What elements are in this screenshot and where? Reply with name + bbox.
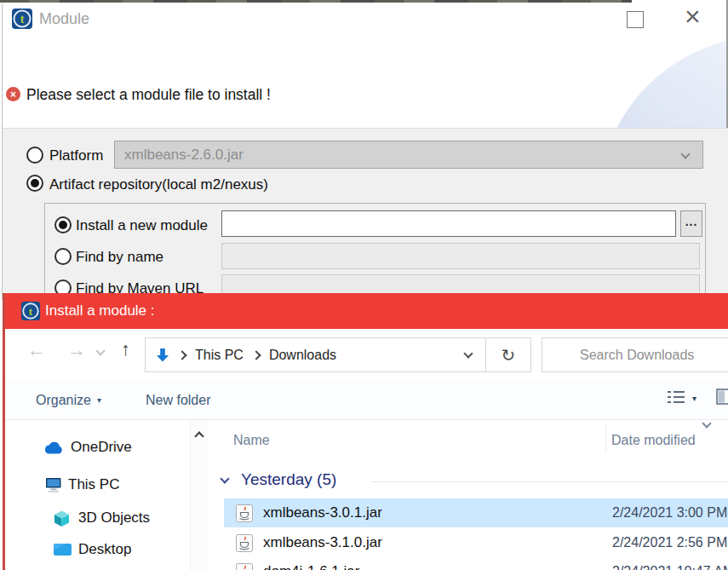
computer-icon: [43, 476, 63, 493]
up-button[interactable]: ↑: [121, 340, 130, 359]
back-button[interactable]: ←: [27, 341, 46, 360]
recent-locations-chevron-icon[interactable]: [95, 346, 105, 355]
sort-chevron-icon[interactable]: [702, 418, 711, 428]
dialog-title: Install a module :: [45, 302, 155, 320]
group-header[interactable]: Yesterday (5): [241, 470, 336, 489]
preview-pane-icon[interactable]: [716, 389, 728, 405]
platform-radio[interactable]: [26, 147, 43, 164]
artifact-repository-label: Artifact repository(local m2/nexus): [49, 176, 268, 193]
downloads-icon: [156, 348, 169, 363]
breadcrumb-chevron-icon: [177, 350, 186, 360]
artifact-repository-radio[interactable]: [26, 175, 43, 192]
search-box: [542, 337, 728, 372]
install-module-dialog: t Install a module : ← → ↑ This PC Downl…: [3, 293, 728, 570]
sidebar-item-3d-objects[interactable]: 3D Objects: [5, 503, 189, 533]
jar-file-icon: [236, 504, 253, 522]
breadcrumb-downloads[interactable]: Downloads: [269, 348, 336, 363]
sidebar-scrollbar[interactable]: [190, 421, 209, 570]
column-header-date-modified[interactable]: Date modified: [611, 433, 696, 448]
new-folder-button[interactable]: New folder: [146, 382, 210, 419]
address-bar: This PC Downloads ↻: [145, 337, 531, 372]
column-header-name[interactable]: Name: [233, 433, 270, 448]
group-collapse-chevron-icon[interactable]: [220, 474, 229, 483]
desktop-icon: [53, 543, 72, 556]
module-window-title: Module: [39, 10, 89, 28]
error-message: Please select a module file to install !: [26, 86, 271, 104]
file-row[interactable]: dom4j-1.6.1.jar 2/24/2021 10:47 AM: [224, 557, 728, 570]
platform-combobox: xmlbeans-2.6.0.jar: [114, 141, 703, 169]
install-new-module-label: Install a new module: [76, 217, 208, 234]
breadcrumb-chevron-icon: [251, 350, 261, 360]
find-by-name-input: [221, 243, 700, 269]
organize-button[interactable]: Organize ▾: [36, 382, 101, 419]
module-window-left-border: [2, 3, 3, 300]
file-row[interactable]: xmlbeans-3.1.0.jar 2/24/2021 2:56 PM: [224, 528, 728, 557]
dialog-app-icon: t: [20, 301, 41, 321]
forward-button[interactable]: →: [67, 341, 86, 360]
svg-text:t: t: [29, 305, 33, 318]
close-button[interactable]: ×: [685, 1, 701, 32]
dialog-toolbar: [5, 382, 728, 420]
jar-file-icon: [236, 562, 253, 570]
view-list-icon[interactable]: [668, 390, 685, 404]
column-divider: [605, 423, 606, 452]
platform-combobox-value: xmlbeans-2.6.0.jar: [124, 147, 244, 164]
sidebar-item-this-pc[interactable]: This PC: [5, 469, 189, 500]
find-by-name-radio[interactable]: [54, 248, 72, 265]
find-by-name-label: Find by name: [76, 249, 163, 266]
sidebar-item-onedrive[interactable]: OneDrive: [5, 432, 189, 463]
breadcrumb-this-pc[interactable]: This PC: [195, 348, 244, 363]
error-icon: ×: [6, 87, 20, 101]
refresh-button[interactable]: ↻: [485, 338, 530, 371]
jar-file-icon: [236, 533, 253, 552]
app-icon: t: [11, 8, 33, 30]
module-file-input[interactable]: [221, 210, 676, 237]
group-header-line: [371, 481, 728, 482]
view-dropdown-chevron-icon[interactable]: ▾: [692, 394, 696, 403]
browse-button[interactable]: ...: [680, 210, 702, 237]
search-input[interactable]: [578, 347, 728, 364]
address-dropdown-chevron-icon[interactable]: [451, 338, 485, 371]
combobox-chevron-down-icon: [680, 149, 690, 158]
platform-label: Platform: [49, 147, 103, 164]
sidebar-item-desktop[interactable]: Desktop: [5, 534, 189, 565]
cube-icon: [53, 510, 71, 527]
file-row-selected[interactable]: xmlbeans-3.0.1.jar 2/24/2021 3:00 PM: [224, 498, 728, 527]
svg-text:t: t: [20, 13, 25, 26]
scroll-up-arrow-icon[interactable]: [194, 431, 203, 440]
screen: t Module × × Please select a module file…: [0, 0, 728, 570]
organize-caret-icon: ▾: [97, 396, 101, 405]
breadcrumb: This PC Downloads: [146, 338, 451, 371]
top-screen-artifact: [0, 0, 632, 3]
install-new-module-radio[interactable]: [54, 216, 72, 233]
maximize-button[interactable]: [627, 11, 644, 28]
onedrive-cloud-icon: [43, 440, 66, 455]
